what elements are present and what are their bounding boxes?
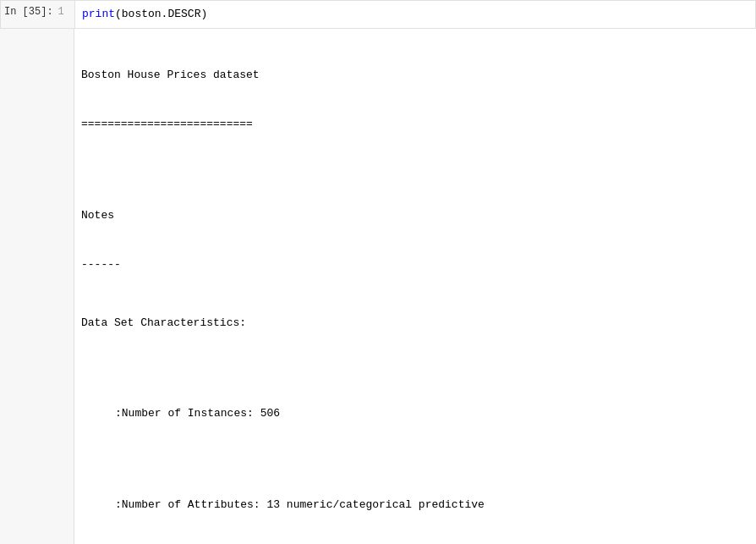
cell-code-area: print(boston.DESCR) [75, 1, 755, 28]
output-instances: :Number of Instances: 506 [115, 405, 749, 422]
output-gutter [0, 29, 74, 545]
output-content: Boston House Prices dataset ============… [74, 29, 756, 545]
output-separator: ========================== [81, 116, 749, 133]
output-area: Boston House Prices dataset ============… [0, 29, 756, 545]
cell-input-label: In [35]: [4, 6, 53, 18]
output-title: Boston House Prices dataset [81, 67, 749, 84]
output-notes-dashes: ------ [81, 256, 749, 273]
output-notes-label: Notes [81, 207, 749, 224]
output-attributes: :Number of Attributes: 13 numeric/catego… [115, 497, 749, 514]
cell-line-number: 1 [58, 6, 64, 18]
blank-2 [81, 364, 749, 372]
keyword-print: print [82, 6, 115, 23]
output-section-header: Data Set Characteristics: [81, 315, 749, 332]
code-cell: In [35]: 1 print(boston.DESCR) [0, 0, 756, 29]
cell-gutter: In [35]: 1 [1, 1, 75, 28]
blank-1 [81, 166, 749, 174]
blank-3 [81, 455, 749, 464]
code-argument: (boston.DESCR) [115, 6, 207, 23]
code-line-1: print(boston.DESCR) [82, 6, 748, 23]
